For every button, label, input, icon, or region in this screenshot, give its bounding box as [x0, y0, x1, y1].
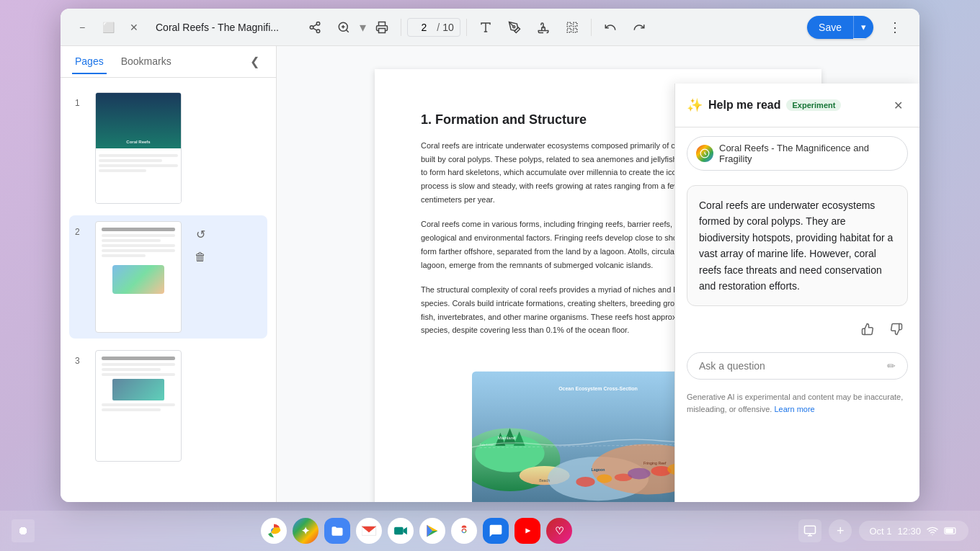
- svg-text:Mainland: Mainland: [498, 435, 516, 440]
- document-chip[interactable]: Coral Reefs - The Magnificence and Fragi…: [687, 136, 908, 171]
- files-icon[interactable]: [324, 518, 350, 544]
- summary-text: Coral reefs are underwater ecosystems fo…: [699, 197, 896, 294]
- thumbs-up-button[interactable]: [856, 318, 879, 341]
- wifi-icon: [927, 525, 938, 537]
- play-store-icon[interactable]: [419, 518, 445, 544]
- text-tool-button[interactable]: [473, 14, 499, 40]
- svg-rect-50: [945, 529, 953, 533]
- gmail-icon[interactable]: [356, 518, 382, 544]
- window-controls: − ⬜ ✕: [72, 17, 144, 37]
- page-separator: /: [437, 22, 440, 33]
- tab-pages[interactable]: Pages: [72, 50, 107, 74]
- delete-page-2-button[interactable]: 🗑: [190, 247, 210, 267]
- minimize-button[interactable]: −: [72, 17, 92, 37]
- svg-rect-15: [567, 28, 571, 32]
- svg-point-45: [463, 529, 466, 532]
- battery-icon: [944, 525, 958, 537]
- svg-point-26: [576, 477, 594, 487]
- svg-line-6: [347, 30, 349, 32]
- share-button[interactable]: [302, 14, 328, 40]
- time-display: 12:30: [897, 526, 921, 537]
- maximize-button[interactable]: ⬜: [98, 17, 118, 37]
- print-button[interactable]: [369, 14, 395, 40]
- meet-icon[interactable]: [388, 518, 414, 544]
- page-item-1[interactable]: 1 Coral Reefs: [69, 86, 267, 210]
- main-content: Pages Bookmarks ❮ 1 Coral Reefs: [61, 46, 919, 502]
- system-status[interactable]: Oct 1 12:30: [859, 521, 968, 541]
- page-total: 10: [442, 22, 454, 33]
- doc-chip-title: Coral Reefs - The Magnificence and Fragi…: [719, 143, 899, 164]
- add-button[interactable]: +: [829, 519, 852, 542]
- chrome-icon[interactable]: [261, 518, 287, 544]
- rotate-page-2-button[interactable]: ↺: [190, 224, 210, 244]
- learn-more-link[interactable]: Learn more: [774, 405, 814, 413]
- taskbar-center: ✦: [261, 518, 572, 544]
- toolbar-icons: ▾ 2 / 10: [302, 14, 651, 40]
- svg-point-0: [317, 22, 321, 25]
- date-display: Oct 1: [869, 526, 891, 537]
- draw-button[interactable]: [502, 14, 527, 40]
- question-input[interactable]: [699, 360, 887, 372]
- tab-bookmarks[interactable]: Bookmarks: [118, 50, 174, 74]
- redo-button[interactable]: [626, 14, 652, 40]
- page-indicator: 2 / 10: [407, 18, 460, 37]
- save-dropdown-button[interactable]: ▾: [853, 16, 873, 38]
- help-sparkle-icon: ✨: [687, 97, 703, 113]
- svg-point-1: [311, 25, 314, 29]
- document-area: 1. Formation and Structure Coral reefs a…: [277, 46, 919, 502]
- svg-rect-43: [394, 527, 403, 535]
- disclaimer: Generative AI is experimental and conten…: [675, 385, 919, 426]
- svg-point-12: [513, 25, 515, 27]
- svg-text:Lagoon: Lagoon: [592, 467, 605, 472]
- more-options-button[interactable]: ⋮: [882, 14, 908, 40]
- page-thumb-3: [95, 350, 182, 462]
- doc-chip-icon: [696, 145, 713, 162]
- sidebar-collapse-button[interactable]: ❮: [244, 52, 264, 72]
- page-thumb-2: [95, 221, 182, 333]
- svg-rect-16: [573, 28, 576, 32]
- help-panel: ✨ Help me read Experiment ✕ Coral Reefs …: [674, 84, 919, 502]
- svg-rect-14: [573, 22, 576, 26]
- browser-window: − ⬜ ✕ Coral Reefs - The Magnifi... ▾: [61, 9, 919, 502]
- question-input-row[interactable]: ✏: [687, 352, 908, 380]
- photos-icon[interactable]: [451, 518, 477, 544]
- page-item-3[interactable]: 3: [69, 344, 267, 467]
- select-button[interactable]: [559, 14, 585, 40]
- page-number-1: 1: [75, 92, 86, 108]
- title-bar: − ⬜ ✕ Coral Reefs - The Magnifi... ▾: [61, 9, 919, 46]
- experiment-badge: Experiment: [786, 99, 841, 111]
- svg-point-29: [628, 468, 651, 480]
- document-title: Coral Reefs - The Magnifi...: [156, 22, 293, 33]
- thumbs-down-button[interactable]: [885, 318, 908, 341]
- svg-rect-13: [567, 22, 571, 26]
- edit-icon: ✏: [887, 360, 896, 372]
- save-main-button[interactable]: Save: [807, 16, 853, 39]
- svg-rect-9: [379, 28, 386, 32]
- save-button-group: Save ▾: [807, 16, 873, 39]
- svg-line-3: [313, 28, 317, 30]
- page-number-3: 3: [75, 350, 86, 366]
- youtube-icon[interactable]: [514, 518, 540, 544]
- help-close-button[interactable]: ✕: [888, 95, 908, 115]
- pages-list: 1 Coral Reefs: [61, 78, 276, 502]
- close-button[interactable]: ✕: [124, 17, 144, 37]
- page-item-2[interactable]: 2 ↺: [69, 215, 267, 339]
- page-number-2: 2: [75, 221, 86, 237]
- taskbar-left: ⏺: [12, 519, 35, 542]
- sidebar-tabs: Pages Bookmarks ❮: [61, 46, 276, 78]
- svg-text:Fringing Reef: Fringing Reef: [643, 461, 667, 465]
- summary-box: Coral reefs are underwater ecosystems fo…: [687, 185, 908, 306]
- screen-record-icon[interactable]: ⏺: [12, 519, 35, 542]
- help-header: ✨ Help me read Experiment ✕: [675, 84, 919, 127]
- messages-icon[interactable]: [483, 518, 509, 544]
- undo-button[interactable]: [597, 14, 623, 40]
- svg-text:Beach: Beach: [539, 478, 550, 483]
- stamp-button[interactable]: [530, 14, 556, 40]
- screenshot-icon[interactable]: [798, 519, 821, 542]
- feedback-row: [675, 312, 919, 346]
- zoom-button[interactable]: [331, 14, 357, 40]
- assistant-icon[interactable]: ✦: [293, 518, 318, 544]
- page-input[interactable]: 2: [414, 22, 434, 33]
- taskbar-right: + Oct 1 12:30: [798, 519, 968, 542]
- profile-avatar-icon[interactable]: ♡: [546, 518, 572, 544]
